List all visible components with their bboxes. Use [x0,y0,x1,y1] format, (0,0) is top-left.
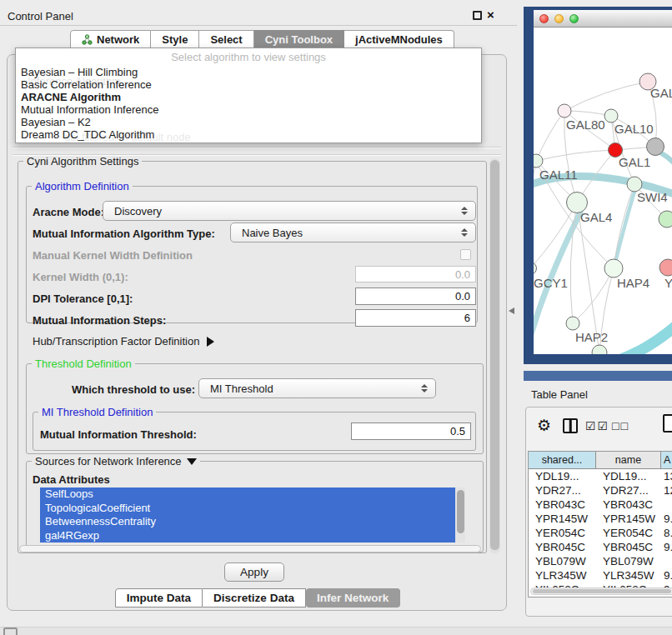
algorithm-option[interactable]: Bayesian – K2 [16,116,481,128]
table-row[interactable]: YDL19...YDL19...13 [529,469,672,483]
document-icon[interactable] [663,414,672,432]
mi-steps-field[interactable] [355,309,476,327]
table-cell: YER054C [596,526,661,540]
table-cell: 12 [661,483,672,498]
sources-legend[interactable]: Sources for Network Inference [32,455,200,468]
network-node-label: GAL1 [619,155,650,169]
network-edge-band [610,318,672,354]
network-node-hap-bottom[interactable] [592,345,607,354]
table-cell [661,554,672,568]
algorithm-option[interactable]: Mutual Information Inference [16,103,481,116]
mi-threshold-field[interactable] [351,422,471,440]
network-node-label: GCY1 [534,276,568,290]
attributes-scrollbar-thumb[interactable] [457,490,464,533]
gear-icon[interactable]: ⚙ [537,416,551,435]
data-attributes-list[interactable]: SelfLoopsTopologicalCoefficientBetweenne… [40,488,465,542]
network-node-hap4[interactable] [604,259,623,278]
hub-definition-expander[interactable]: Hub/Transcription Factor Definition [33,335,214,348]
algorithm-option[interactable]: Dream8 DC_TDC Algorithm [16,128,481,141]
window-close-button[interactable] [539,14,549,23]
apply-button[interactable]: Apply [224,562,284,582]
network-node-salmon[interactable] [659,259,672,276]
window-minimize-button[interactable] [554,14,564,23]
attributes-scrollbar-track[interactable] [455,488,465,542]
table-panel: ⚙ ☑☑ □□ shared...nameA YDL19...YDL19...1… [525,407,672,617]
table-row[interactable]: YBR045CYBR045C9. [529,540,672,554]
table-horizontal-scrollbar[interactable] [530,588,672,595]
float-window-icon[interactable] [473,11,482,20]
hide-columns-unchecked-icon[interactable]: □□ [612,419,629,432]
settings-vertical-scrollbar[interactable] [489,158,500,553]
collapse-down-icon [187,458,197,465]
attribute-item-selected[interactable]: SelfLoops [40,488,465,502]
table-cell: YBR043C [529,498,596,512]
attribute-item-selected[interactable]: TopologicalCoefficient [40,502,465,516]
combo-arrows-icon [461,228,468,237]
mi-type-value: Naive Bayes [242,227,303,239]
algorithm-option[interactable]: ARACNE Algorithm [16,91,481,103]
network-window-titlebar[interactable] [534,10,672,28]
which-threshold-select[interactable]: MI Threshold [198,378,436,398]
table-panel-title: Table Panel [531,388,588,401]
minimized-panel-icon[interactable] [3,628,18,635]
column-header[interactable]: name [596,452,661,469]
table-row[interactable]: YPR145WYPR145W9. [529,512,672,526]
mi-threshold-label: Mutual Information Threshold: [40,428,197,441]
kernel-width-field[interactable] [355,266,476,282]
tab-style[interactable]: Style [151,30,199,49]
sources-legend-label: Sources for Network Inference [35,455,182,468]
settings-scrollbar-thumb[interactable] [490,160,499,550]
column-header[interactable]: shared... [529,452,596,469]
table-row[interactable]: YER054CYER054C8. [529,526,672,540]
aracne-mode-select[interactable]: Discovery [103,201,476,221]
mi-type-select[interactable]: Naive Bayes [230,222,476,242]
table-cell [661,498,672,512]
network-node-gal80[interactable] [558,104,571,118]
algorithm-option[interactable]: Bayesian – Hill Climbing [16,66,481,78]
control-panel-tabbar: NetworkStyleSelectCyni ToolboxjActiveMNo… [70,30,454,49]
close-icon[interactable]: × [487,8,494,22]
network-edge-band [660,152,672,179]
network-canvas[interactable]: GALGAL80GAL10GAL1GAL11SWI4GAL4GCY1HAP4YH… [534,28,672,354]
tab-cyni-toolbox[interactable]: Cyni Toolbox [254,30,344,49]
table-scrollbar-thumb[interactable] [533,589,671,593]
column-header[interactable]: A [661,452,672,469]
table-row[interactable]: YDR27...YDR27...12 [529,483,672,498]
mi-type-label: Mutual Information Algorithm Type: [33,228,215,240]
network-edge [536,150,615,161]
table-cell: YER054C [529,526,596,540]
table-row[interactable]: YBL079WYBL079W [529,554,672,568]
settings-horizontal-scrollbar[interactable] [19,545,481,552]
network-node-gal11[interactable] [534,154,543,168]
network-node-label: GAL4 [580,210,612,224]
screen: Control Panel × NetworkStyleSelectCyni T… [0,0,672,635]
network-icon [82,34,93,45]
tab-infer-network[interactable]: Infer Network [306,588,400,608]
network-node-gcy1[interactable] [534,262,537,275]
window-zoom-button[interactable] [569,14,579,23]
tab-discretize-data[interactable]: Discretize Data [203,588,306,608]
network-node-label: Y [664,276,672,290]
aracne-mode-value: Discovery [114,205,162,218]
table-row[interactable]: YBR043CYBR043C [529,498,672,512]
network-node-hub-gray[interactable] [647,138,664,156]
attribute-item-selected[interactable]: BetweennessCentrality [40,515,465,529]
algorithm-option[interactable]: Basic Correlation Inference [16,78,481,91]
attribute-item-selected[interactable]: gal4RGexp [40,529,465,543]
network-node-hap2[interactable] [566,317,579,330]
tab-network[interactable]: Network [70,30,151,49]
manual-kernel-checkbox[interactable] [460,249,471,260]
network-node-green-right[interactable] [659,211,672,228]
show-columns-checked-icon[interactable]: ☑☑ [585,419,609,432]
dpi-tolerance-field[interactable] [355,288,476,305]
tab-jactivemnodules[interactable]: jActiveMNodules [344,30,454,49]
bottom-strip [0,627,672,635]
table-row[interactable]: YLR345WYLR345W9. [529,568,672,582]
columns-icon[interactable] [563,418,578,433]
tab-impute-data[interactable]: Impute Data [115,588,203,608]
network-edge [536,111,564,161]
divider [13,147,501,148]
network-node-gal10[interactable] [604,109,618,122]
table-cell: YDR27... [529,483,596,498]
tab-select[interactable]: Select [199,30,253,49]
